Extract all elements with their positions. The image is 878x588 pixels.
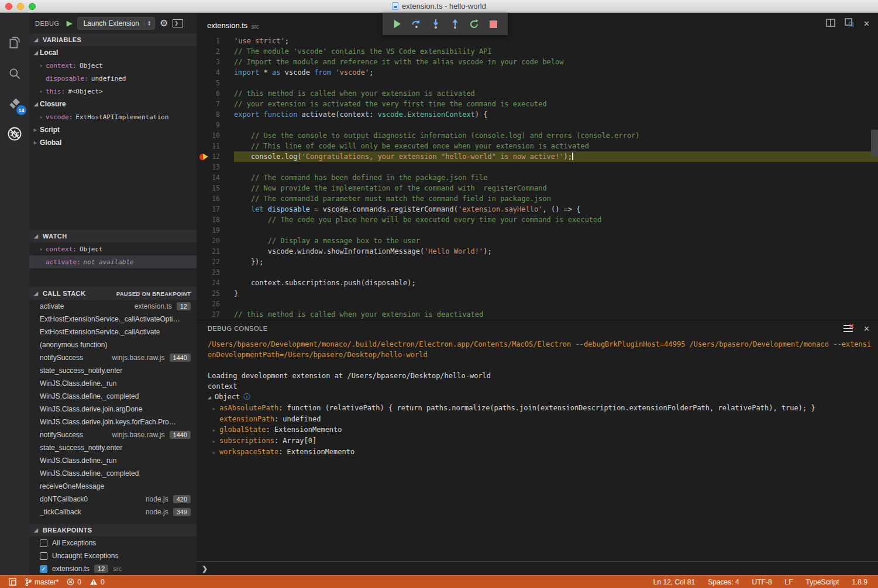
errors-indicator[interactable]: 0 [67, 578, 81, 586]
code-line[interactable]: 11 // This line of code will only be exe… [197, 141, 878, 151]
variables-scope-row[interactable]: ◢Closure [29, 98, 197, 110]
watch-section-header[interactable]: ◢ WATCH [29, 230, 197, 243]
restart-button[interactable] [468, 18, 481, 30]
code-line[interactable]: 27// this method is called when your ext… [197, 309, 878, 320]
clear-console-icon[interactable]: ✕ [843, 325, 853, 332]
code-line[interactable]: 14 // The command has been defined in th… [197, 172, 878, 183]
language-mode[interactable]: TypeScript [806, 578, 839, 586]
watch-row[interactable]: ▹context:Object [29, 243, 197, 255]
variable-row[interactable]: ▹this:#<Object> [29, 85, 197, 98]
code-line[interactable]: 13 [197, 162, 878, 172]
variable-row[interactable]: ▹context:Object [29, 59, 197, 72]
call-stack-frame[interactable]: WinJS.Class.derive.join.argDone [29, 403, 197, 416]
code-line[interactable]: 4import * as vscode from 'vscode'; [197, 67, 878, 78]
cursor-position[interactable]: Ln 12, Col 81 [653, 578, 695, 586]
window-controls [5, 3, 36, 10]
call-stack-frame[interactable]: WinJS.Class.define._run [29, 454, 197, 467]
variables-scope-row[interactable]: ▹Global [29, 136, 197, 149]
code-line[interactable]: 19 [197, 225, 878, 236]
code-line[interactable]: 12 console.log('Congratulations, your ex… [197, 151, 878, 162]
call-stack-frame[interactable]: ExtHostExtensionService._callActivateOpt… [29, 313, 197, 326]
code-line[interactable]: 22 }); [197, 257, 878, 267]
open-preview-icon[interactable] [845, 18, 854, 29]
code-line[interactable]: 7// your extension is activated the very… [197, 99, 878, 109]
split-editor-icon[interactable] [826, 19, 835, 29]
call-stack-section-header[interactable]: ◢ CALL STACK PAUSED ON BREAKPOINT [29, 287, 197, 300]
step-out-button[interactable] [449, 18, 462, 30]
breakpoint-row[interactable]: ✓extension.ts12src [29, 562, 197, 575]
vs-logo-icon[interactable] [8, 577, 17, 586]
variables-scope-row[interactable]: ◢Local [29, 46, 197, 59]
call-stack-frame[interactable]: notifySuccesswinjs.base.raw.js1440 [29, 351, 197, 364]
code-line[interactable]: 9 [197, 120, 878, 130]
call-stack-frame[interactable]: activateextension.ts12 [29, 300, 197, 313]
variables-scope-row[interactable]: ▹Script [29, 123, 197, 136]
code-line[interactable]: 1'use strict'; [197, 36, 878, 46]
search-icon[interactable] [0, 60, 29, 88]
start-debug-button[interactable]: ▶ [67, 19, 73, 27]
breakpoints-section-header[interactable]: ◢ BREAKPOINTS [29, 524, 197, 537]
call-stack-frame[interactable]: WinJS.Class.define._completed [29, 467, 197, 480]
call-stack-frame[interactable]: receiveOneMessage [29, 480, 197, 493]
close-window-button[interactable] [5, 3, 12, 10]
code-line[interactable]: 10 // Use the console to output diagnost… [197, 130, 878, 141]
indentation-setting[interactable]: Spaces: 4 [708, 578, 739, 586]
call-stack-frame[interactable]: notifySuccesswinjs.base.raw.js1440 [29, 428, 197, 441]
configure-gear-icon[interactable]: ⚙ [160, 18, 168, 29]
minimize-window-button[interactable] [17, 3, 24, 10]
call-stack-frame[interactable]: WinJS.Class.define._completed [29, 390, 197, 403]
warnings-indicator[interactable]: 0 [89, 578, 105, 586]
breakpoint-checkbox[interactable]: ✓ [40, 565, 47, 573]
code-line[interactable]: 5 [197, 78, 878, 88]
launch-config-select[interactable]: Launch Extension ▲▼ [77, 17, 155, 30]
code-editor[interactable]: 1'use strict';2// The module 'vscode' co… [197, 33, 878, 320]
breakpoint-checkbox[interactable] [40, 539, 47, 547]
watch-row[interactable]: activate:not available [29, 255, 197, 268]
code-line[interactable]: 24 context.subscriptions.push(disposable… [197, 278, 878, 288]
code-line[interactable]: 3// Import the module and reference it w… [197, 57, 878, 67]
code-line[interactable]: 18 // The code you place here will be ex… [197, 215, 878, 225]
code-line[interactable]: 21 vscode.window.showInformationMessage(… [197, 246, 878, 257]
code-line[interactable]: 15 // Now provide the implementation of … [197, 183, 878, 193]
code-line[interactable]: 20 // Display a message box to the user [197, 236, 878, 246]
explorer-icon[interactable] [0, 29, 29, 57]
call-stack-frame[interactable]: _tickCallbacknode.js349 [29, 506, 197, 518]
call-stack-frame[interactable]: (anonymous function) [29, 338, 197, 351]
call-stack-frame[interactable]: WinJS.Class.derive.join.keys.forEach.Pro… [29, 416, 197, 428]
eol-setting[interactable]: LF [785, 578, 793, 586]
call-stack-frame[interactable]: doNTCallback0node.js420 [29, 493, 197, 506]
call-stack-frame[interactable]: ExtHostExtensionService._callActivate [29, 326, 197, 338]
code-line[interactable]: 17 let disposable = vscode.commands.regi… [197, 204, 878, 215]
variable-row[interactable]: disposable:undefined [29, 72, 197, 85]
git-icon[interactable]: 14 [0, 89, 29, 117]
step-into-button[interactable] [429, 18, 442, 30]
code-line[interactable]: 26 [197, 299, 878, 309]
tab-file-name[interactable]: extension.ts [207, 21, 247, 30]
variable-row[interactable]: ▹vscode:ExtHostAPIImplementation [29, 110, 197, 123]
close-editor-icon[interactable]: ✕ [863, 19, 870, 28]
call-stack-frame[interactable]: state_success_notify.enter [29, 364, 197, 377]
breakpoint-checkbox[interactable] [40, 552, 47, 560]
encoding-setting[interactable]: UTF-8 [752, 578, 772, 586]
continue-button[interactable] [391, 18, 404, 30]
close-panel-icon[interactable]: ✕ [863, 324, 870, 333]
code-line[interactable]: 25} [197, 288, 878, 299]
variables-section-header[interactable]: ◢ VARIABLES [29, 33, 197, 46]
code-line[interactable]: 6// this method is called when your exte… [197, 88, 878, 99]
open-repl-icon[interactable]: ❯ [173, 19, 183, 27]
call-stack-frame[interactable]: WinJS.Class.define._run [29, 377, 197, 390]
breakpoint-row[interactable]: Uncaught Exceptions [29, 549, 197, 562]
zoom-window-button[interactable] [29, 3, 36, 10]
code-line[interactable]: 23 [197, 267, 878, 278]
debug-icon[interactable] [0, 120, 29, 148]
stop-button[interactable] [487, 18, 500, 30]
step-over-button[interactable] [410, 18, 423, 30]
code-line[interactable]: 8export function activate(context: vscod… [197, 109, 878, 120]
call-stack-frame[interactable]: state_success_notify.enter [29, 441, 197, 454]
breakpoint-row[interactable]: All Exceptions [29, 537, 197, 549]
code-line[interactable]: 16 // The commandId parameter must match… [197, 193, 878, 204]
repl-input[interactable]: ❯ [197, 561, 878, 575]
git-branch-indicator[interactable]: master* [25, 578, 58, 586]
code-line[interactable]: 2// The module 'vscode' contains the VS … [197, 46, 878, 57]
editor-scrollbar[interactable] [871, 130, 878, 157]
